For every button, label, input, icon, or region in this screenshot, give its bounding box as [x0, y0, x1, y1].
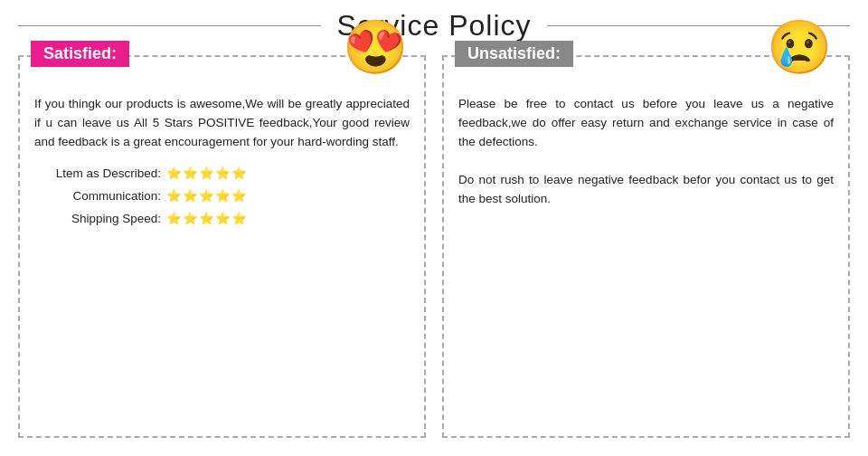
unsatisfied-text-1: Please be free to contact us before you …: [458, 95, 834, 152]
star-5: ⭐: [231, 187, 247, 206]
satisfied-emoji: 😍: [343, 21, 408, 73]
satisfied-column: Satisfied: 😍 If you thingk our products …: [18, 55, 426, 438]
satisfied-header: Satisfied:: [31, 41, 129, 67]
star-3: ⭐: [199, 210, 214, 229]
satisfied-label: Satisfied:: [31, 41, 129, 67]
star-1: ⭐: [166, 210, 182, 229]
communication-stars-row: Communication: ⭐ ⭐ ⭐ ⭐ ⭐: [34, 187, 410, 206]
item-label: Ltem as Described:: [34, 165, 161, 184]
shipping-stars-row: Shipping Speed: ⭐ ⭐ ⭐ ⭐ ⭐: [34, 210, 410, 229]
star-2: ⭐: [183, 165, 198, 184]
unsatisfied-emoji: 😢: [767, 21, 832, 73]
unsatisfied-body: Please be free to contact us before you …: [458, 95, 834, 209]
communication-label: Communication:: [34, 187, 161, 206]
item-stars: ⭐ ⭐ ⭐ ⭐ ⭐: [166, 165, 247, 184]
item-stars-row: Ltem as Described: ⭐ ⭐ ⭐ ⭐ ⭐: [34, 165, 410, 184]
header-line-left: [18, 25, 321, 26]
star-2: ⭐: [183, 210, 198, 229]
unsatisfied-header: Unsatisfied:: [455, 41, 573, 67]
shipping-label: Shipping Speed:: [34, 210, 161, 229]
star-4: ⭐: [215, 210, 231, 229]
unsatisfied-label: Unsatisfied:: [455, 41, 573, 67]
star-4: ⭐: [215, 187, 231, 206]
satisfied-body: If you thingk our products is awesome,We…: [34, 95, 410, 229]
unsatisfied-column: Unsatisfied: 😢 Please be free to contact…: [442, 55, 850, 438]
communication-stars: ⭐ ⭐ ⭐ ⭐ ⭐: [166, 187, 247, 206]
star-1: ⭐: [166, 187, 182, 206]
page: Service Policy Satisfied: 😍 If you thing…: [0, 0, 868, 456]
satisfied-text: If you thingk our products is awesome,We…: [34, 95, 410, 152]
star-5: ⭐: [231, 165, 247, 184]
star-1: ⭐: [166, 165, 182, 184]
unsatisfied-text-2: Do not rush to leave negative feedback b…: [458, 171, 834, 209]
stars-section: Ltem as Described: ⭐ ⭐ ⭐ ⭐ ⭐ Communicati…: [34, 165, 410, 229]
star-4: ⭐: [215, 165, 231, 184]
star-2: ⭐: [183, 187, 198, 206]
star-5: ⭐: [231, 210, 247, 229]
star-3: ⭐: [199, 165, 214, 184]
star-3: ⭐: [199, 187, 214, 206]
shipping-stars: ⭐ ⭐ ⭐ ⭐ ⭐: [166, 210, 247, 229]
columns: Satisfied: 😍 If you thingk our products …: [18, 55, 850, 438]
header: Service Policy: [18, 9, 850, 43]
